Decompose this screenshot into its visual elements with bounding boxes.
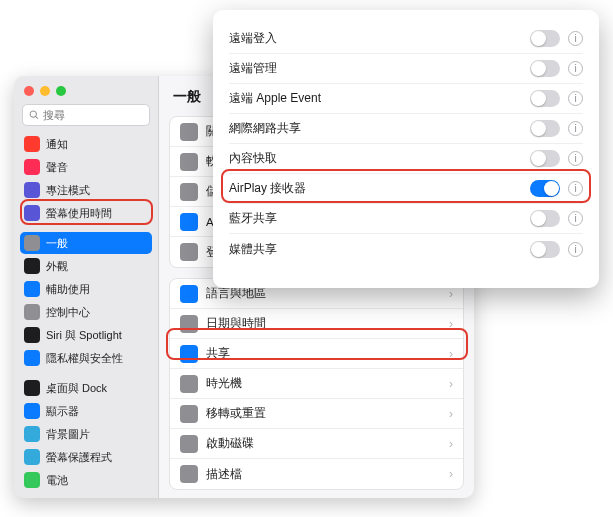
toggle-switch[interactable] (530, 150, 560, 167)
settings-row[interactable]: 啟動磁碟› (170, 429, 463, 459)
chevron-right-icon: › (449, 347, 453, 361)
search-input[interactable] (43, 109, 143, 121)
zoom-window-button[interactable] (56, 86, 66, 96)
sidebar-item[interactable]: 螢幕保護程式 (20, 446, 152, 468)
info-icon[interactable]: i (568, 61, 583, 76)
sidebar-item[interactable]: 隱私權與安全性 (20, 347, 152, 369)
row-icon (180, 405, 198, 423)
row-icon (180, 243, 198, 261)
row-label: 描述檔 (206, 467, 242, 482)
chevron-right-icon: › (449, 407, 453, 421)
sidebar-item-label: 專注模式 (46, 183, 90, 198)
sidebar-item-label: 桌面與 Dock (46, 381, 107, 396)
sidebar-item-icon (24, 205, 40, 221)
settings-row[interactable]: 移轉或重置› (170, 399, 463, 429)
sidebar-item[interactable]: 聲音 (20, 156, 152, 178)
info-icon[interactable]: i (568, 91, 583, 106)
sharing-row: 遠端登入i (229, 24, 583, 54)
toggle-switch[interactable] (530, 60, 560, 77)
sidebar-item-icon (24, 258, 40, 274)
settings-group: 語言與地區›日期與時間›共享›時光機›移轉或重置›啟動磁碟›描述檔› (169, 278, 464, 490)
toggle-switch[interactable] (530, 30, 560, 47)
sidebar: 通知聲音專注模式螢幕使用時間一般外觀輔助使用控制中心Siri 與 Spotlig… (14, 76, 159, 498)
chevron-right-icon: › (449, 377, 453, 391)
sidebar-item-label: 通知 (46, 137, 68, 152)
toggle-switch[interactable] (530, 90, 560, 107)
info-icon[interactable]: i (568, 151, 583, 166)
sharing-row-label: 遠端登入 (229, 30, 277, 47)
sharing-row-label: 媒體共享 (229, 241, 277, 258)
sharing-row-label: 遠端 Apple Event (229, 90, 321, 107)
sidebar-item-icon (24, 281, 40, 297)
row-label: 時光機 (206, 376, 242, 391)
info-icon[interactable]: i (568, 211, 583, 226)
sharing-row: 遠端管理i (229, 54, 583, 84)
sidebar-item-icon (24, 380, 40, 396)
sidebar-item-label: 外觀 (46, 259, 68, 274)
sidebar-item[interactable]: 外觀 (20, 255, 152, 277)
sidebar-item-icon (24, 182, 40, 198)
sharing-row-label: 藍牙共享 (229, 210, 277, 227)
settings-row[interactable]: 日期與時間› (170, 309, 463, 339)
row-icon (180, 375, 198, 393)
toggle-switch[interactable] (530, 241, 560, 258)
row-label: 日期與時間 (206, 316, 266, 331)
sidebar-item[interactable]: 螢幕使用時間 (20, 202, 152, 224)
sidebar-item-icon (24, 426, 40, 442)
sidebar-item[interactable]: 顯示器 (20, 400, 152, 422)
sidebar-item-icon (24, 235, 40, 251)
sidebar-item-label: 一般 (46, 236, 68, 251)
sidebar-item[interactable]: 電池 (20, 469, 152, 491)
settings-row[interactable]: 描述檔› (170, 459, 463, 489)
sidebar-item-icon (24, 350, 40, 366)
sharing-row: 藍牙共享i (229, 204, 583, 234)
chevron-right-icon: › (449, 437, 453, 451)
chevron-right-icon: › (449, 467, 453, 481)
sidebar-item-icon (24, 403, 40, 419)
sidebar-item-label: 顯示器 (46, 404, 79, 419)
search-field[interactable] (22, 104, 150, 126)
sidebar-item-icon (24, 304, 40, 320)
sharing-panel: 遠端登入i遠端管理i遠端 Apple Eventi網際網路共享i內容快取iAir… (213, 10, 599, 288)
sharing-row-label: AirPlay 接收器 (229, 180, 306, 197)
sharing-row-label: 內容快取 (229, 150, 277, 167)
toggle-switch[interactable] (530, 180, 560, 197)
sidebar-item-label: 螢幕保護程式 (46, 450, 112, 465)
row-label: 啟動磁碟 (206, 436, 254, 451)
close-window-button[interactable] (24, 86, 34, 96)
info-icon[interactable]: i (568, 181, 583, 196)
row-icon (180, 435, 198, 453)
toggle-switch[interactable] (530, 210, 560, 227)
info-icon[interactable]: i (568, 242, 583, 257)
sidebar-item[interactable]: Siri 與 Spotlight (20, 324, 152, 346)
window-controls (14, 82, 158, 102)
sidebar-item[interactable]: 輔助使用 (20, 278, 152, 300)
sidebar-item-label: Siri 與 Spotlight (46, 328, 122, 343)
row-icon (180, 315, 198, 333)
row-icon (180, 153, 198, 171)
sharing-row: 網際網路共享i (229, 114, 583, 144)
settings-row[interactable]: 共享› (170, 339, 463, 369)
row-icon (180, 345, 198, 363)
sidebar-item[interactable]: 通知 (20, 133, 152, 155)
sidebar-item[interactable]: 專注模式 (20, 179, 152, 201)
sharing-row-label: 網際網路共享 (229, 120, 301, 137)
search-icon (29, 109, 39, 121)
sharing-row-label: 遠端管理 (229, 60, 277, 77)
info-icon[interactable]: i (568, 121, 583, 136)
info-icon[interactable]: i (568, 31, 583, 46)
row-icon (180, 465, 198, 483)
sidebar-item-icon (24, 327, 40, 343)
sidebar-item-label: 隱私權與安全性 (46, 351, 123, 366)
row-icon (180, 183, 198, 201)
sharing-row: 媒體共享i (229, 234, 583, 264)
row-icon (180, 285, 198, 303)
toggle-switch[interactable] (530, 120, 560, 137)
sidebar-item[interactable]: 一般 (20, 232, 152, 254)
sharing-row: AirPlay 接收器i (229, 174, 583, 204)
sidebar-item[interactable]: 背景圖片 (20, 423, 152, 445)
sidebar-item[interactable]: 桌面與 Dock (20, 377, 152, 399)
minimize-window-button[interactable] (40, 86, 50, 96)
sidebar-item[interactable]: 控制中心 (20, 301, 152, 323)
settings-row[interactable]: 時光機› (170, 369, 463, 399)
